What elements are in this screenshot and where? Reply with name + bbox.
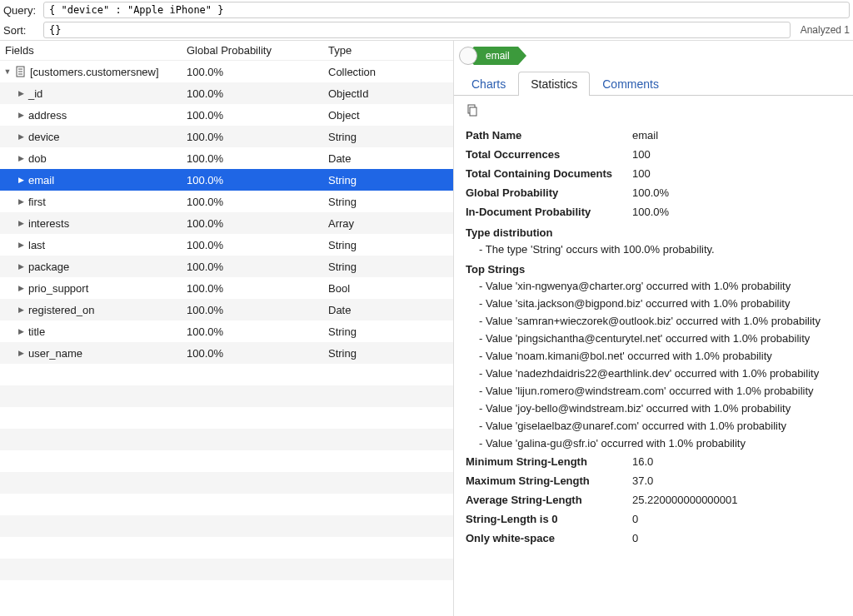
field-probability: 100.0% [187, 217, 328, 230]
stat-label: Global Probability [466, 186, 632, 199]
stat-label: In-Document Probability [466, 206, 632, 218]
field-probability: 100.0% [187, 261, 328, 273]
svg-rect-5 [470, 107, 476, 116]
field-type: Bool [328, 282, 453, 295]
tree-row[interactable]: ▶user_name100.0%String [0, 342, 453, 364]
col-type[interactable]: Type [328, 44, 453, 57]
tab-statistics[interactable]: Statistics [518, 72, 590, 96]
top-string-item: - Value 'joy-bello@windstream.biz' occur… [466, 400, 841, 417]
top-string-item: - Value 'xin-ngwenya@charter.org' occurr… [466, 277, 841, 295]
field-name: title [28, 325, 45, 338]
tree-row[interactable]: ▶address100.0%Object [0, 104, 453, 126]
chevron-right-icon[interactable]: ▶ [17, 327, 25, 335]
tree-row[interactable]: ▶email100.0%String [0, 169, 453, 191]
field-probability: 100.0% [187, 239, 328, 251]
crumb-root-icon[interactable] [459, 47, 477, 65]
crumb-current[interactable]: email [474, 47, 518, 65]
field-probability: 100.0% [187, 87, 328, 100]
field-type: String [328, 325, 453, 338]
field-probability: 100.0% [187, 304, 328, 316]
field-type: String [328, 131, 453, 143]
fields-tree[interactable]: ▼[customers.customersnew]100.0%Collectio… [0, 61, 453, 616]
top-strings-head: Top Strings [466, 258, 841, 277]
field-name: device [28, 131, 60, 143]
chevron-right-icon[interactable]: ▶ [17, 349, 25, 357]
chevron-right-icon[interactable]: ▶ [17, 197, 25, 206]
stat-row: Maximum String-Length37.0 [466, 471, 841, 490]
tree-row-empty [0, 407, 453, 429]
stat-label: Total Occurrences [466, 148, 632, 161]
tree-row[interactable]: ▶registered_on100.0%Date [0, 299, 453, 320]
stat-value: 100.0% [632, 206, 841, 218]
chevron-right-icon[interactable]: ▶ [17, 111, 25, 119]
stat-row: Minimum String-Length16.0 [466, 452, 841, 471]
tree-row-empty [0, 472, 453, 494]
column-headers: Fields Global Probability Type [0, 41, 453, 61]
stat-row: Average String-Length25.220000000000001 [466, 490, 841, 509]
top-string-item: - Value 'galina-gu@sfr.io' occurred with… [466, 435, 841, 452]
tree-row[interactable]: ▶first100.0%String [0, 191, 453, 212]
chevron-right-icon[interactable]: ▶ [17, 154, 25, 162]
stat-label: Average String-Length [466, 494, 632, 506]
tree-row-empty [0, 385, 453, 407]
field-type: Array [328, 217, 453, 230]
sort-input[interactable] [43, 22, 791, 38]
chevron-right-icon[interactable]: ▶ [17, 306, 25, 314]
tab-charts[interactable]: Charts [459, 72, 518, 96]
copy-icon[interactable] [466, 104, 479, 117]
tab-comments[interactable]: Comments [590, 72, 671, 96]
field-probability: 100.0% [187, 325, 328, 338]
tree-row[interactable]: ▶prio_support100.0%Bool [0, 277, 453, 299]
stat-value: 0 [632, 532, 841, 544]
chevron-right-icon[interactable]: ▶ [17, 89, 25, 97]
tree-row[interactable]: ▶dob100.0%Date [0, 147, 453, 169]
top-string-item: - Value 'samran+wieczorek@outlook.biz' o… [466, 312, 841, 330]
stat-row: Path Nameemail [466, 126, 841, 145]
top-string-item: - Value 'sita.jackson@bigpond.biz' occur… [466, 295, 841, 312]
field-name: _id [28, 87, 42, 100]
top-string-item: - Value 'lijun.romero@windstream.com' oc… [466, 382, 841, 400]
stat-label: Total Containing Documents [466, 167, 632, 180]
chevron-down-icon[interactable]: ▼ [3, 67, 12, 76]
stat-value: 0 [632, 513, 841, 525]
tree-row[interactable]: ▶interests100.0%Array [0, 212, 453, 234]
field-type: Collection [328, 66, 453, 78]
chevron-right-icon[interactable]: ▶ [17, 241, 25, 249]
field-name: email [28, 174, 54, 186]
chevron-right-icon[interactable]: ▶ [17, 284, 25, 292]
stat-label: Only white-space [466, 532, 632, 544]
stat-value: 100 [632, 148, 841, 161]
tree-row[interactable]: ▶device100.0%String [0, 126, 453, 147]
col-fields[interactable]: Fields [0, 44, 187, 57]
tree-row[interactable]: ▶title100.0%String [0, 320, 453, 342]
field-name: user_name [28, 347, 82, 360]
field-name: [customers.customersnew] [30, 66, 159, 78]
document-icon [15, 66, 27, 77]
stat-value: email [632, 129, 841, 142]
stat-value: 100.0% [632, 186, 841, 199]
tree-row-empty [0, 429, 453, 450]
analyzed-count: Analyzed 1 [796, 24, 850, 36]
stat-value: 37.0 [632, 474, 841, 487]
field-type: ObjectId [328, 87, 453, 100]
tabs: ChartsStatisticsComments [454, 71, 853, 96]
stat-row: Only white-space0 [466, 529, 841, 548]
chevron-right-icon[interactable]: ▶ [17, 219, 25, 227]
chevron-right-icon[interactable]: ▶ [17, 132, 25, 141]
stat-value: 16.0 [632, 455, 841, 468]
chevron-right-icon[interactable]: ▶ [17, 176, 25, 184]
field-probability: 100.0% [187, 174, 328, 186]
col-global-probability[interactable]: Global Probability [187, 44, 328, 57]
tree-row[interactable]: ▶_id100.0%ObjectId [0, 82, 453, 104]
statistics-panel: Path NameemailTotal Occurrences100Total … [454, 96, 853, 616]
chevron-right-icon[interactable]: ▶ [17, 262, 25, 271]
query-input[interactable] [43, 2, 850, 18]
tree-row[interactable]: ▼[customers.customersnew]100.0%Collectio… [0, 61, 453, 82]
field-type: Date [328, 304, 453, 316]
field-probability: 100.0% [187, 66, 328, 78]
stat-label: Path Name [466, 129, 632, 142]
tree-row[interactable]: ▶package100.0%String [0, 256, 453, 277]
field-name: interests [28, 217, 69, 230]
stat-row: Global Probability100.0% [466, 183, 841, 202]
tree-row[interactable]: ▶last100.0%String [0, 234, 453, 256]
